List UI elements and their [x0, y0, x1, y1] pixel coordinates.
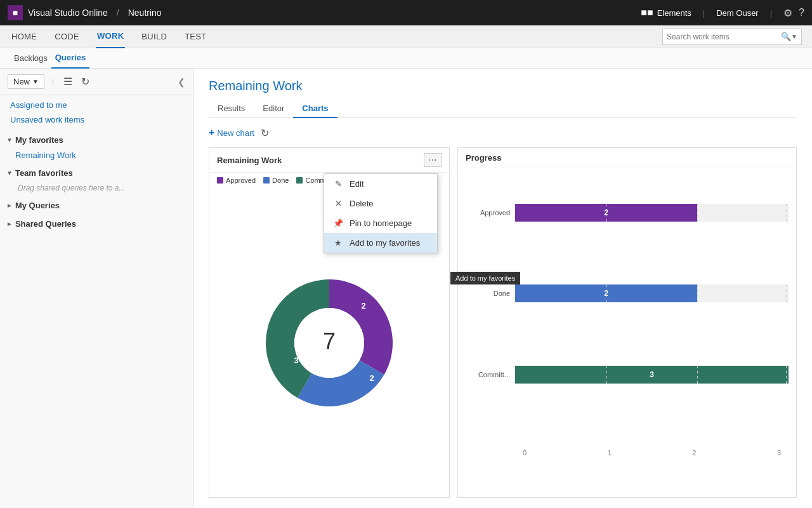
donut-done-value: 2 [369, 373, 374, 383]
context-edit[interactable]: ✎ Edit [324, 174, 437, 194]
bar-track-done: 2 [515, 284, 789, 302]
my-favorites-title: My favorites [15, 135, 63, 145]
context-pin-label: Pin to homepage [350, 218, 412, 228]
legend-committed-dot [296, 177, 303, 184]
bar-row-approved: Approved 2 [466, 204, 789, 222]
shared-queries-section: ► Shared Queries [0, 216, 193, 232]
settings-icon[interactable]: ⚙ [783, 7, 792, 19]
team-favorites-triangle: ▼ [6, 170, 13, 177]
new-button[interactable]: New ▼ [8, 74, 44, 89]
column-settings-icon[interactable]: ☰ [62, 74, 74, 90]
sub-nav-queries[interactable]: Queries [51, 48, 89, 69]
search-area: 🔍 ▼ [662, 29, 802, 45]
donut-total-text: 7 [323, 328, 336, 354]
tab-results[interactable]: Results [209, 100, 254, 118]
tab-charts[interactable]: Charts [293, 100, 337, 118]
x-axis: 0 1 2 3 [466, 446, 789, 462]
bar-label-done: Done [466, 290, 510, 297]
sidebar-toolbar: New ▼ | ☰ ↻ ❮ [0, 69, 193, 95]
star-icon: ★ [333, 238, 343, 248]
help-icon[interactable]: ? [799, 7, 804, 18]
search-box[interactable]: 🔍 ▼ [662, 29, 802, 45]
remaining-work-link[interactable]: Remaining Work [8, 148, 193, 163]
bar-row-done: Done 2 [466, 284, 789, 302]
team-favorites-title: Team favorites [15, 168, 73, 178]
new-chart-plus-icon: + [209, 127, 214, 138]
bar-row-committed: Committ... 3 [466, 366, 789, 384]
divider1: | [703, 8, 705, 18]
my-favorites-header[interactable]: ▼ My favorites [0, 132, 193, 148]
assigned-to-me-link[interactable]: Assigned to me [0, 98, 193, 112]
x-axis-2: 2 [692, 449, 696, 457]
context-delete-label: Delete [350, 199, 374, 208]
x-axis-0: 0 [523, 449, 527, 457]
app-logo: ■ Visual Studio Online / Neutrino [8, 5, 162, 20]
nav-work[interactable]: WORK [96, 25, 125, 48]
donut-svg: 7 2 2 3 [256, 270, 402, 416]
charts-area: Remaining Work ⋯ Approved Done Committed [193, 147, 812, 508]
bar-chart-card: Progress Approved 2 Done [457, 147, 797, 498]
bar-label-committed: Committ... [466, 371, 510, 378]
my-queries-title: My Queries [15, 201, 60, 210]
new-chart-button[interactable]: + New chart [209, 124, 254, 141]
unsaved-work-items-link[interactable]: Unsaved work items [0, 112, 193, 127]
refresh-charts-button[interactable]: ↻ [261, 127, 269, 139]
new-dropdown-arrow: ▼ [32, 78, 39, 85]
my-favorites-triangle: ▼ [6, 137, 13, 144]
sub-nav-backlogs[interactable]: Backlogs [10, 48, 51, 69]
user-name: Dem Ouser [716, 8, 758, 18]
legend-approved-label: Approved [226, 177, 256, 184]
search-icon[interactable]: 🔍 [781, 32, 791, 41]
my-favorites-section: ▼ My favorites Remaining Work [0, 132, 193, 163]
search-dropdown-icon[interactable]: ▼ [791, 33, 797, 40]
my-queries-section: ► My Queries [0, 197, 193, 213]
shared-queries-title: Shared Queries [15, 219, 76, 229]
tab-editor[interactable]: Editor [254, 100, 293, 118]
donut-approved-value: 2 [361, 301, 365, 311]
nav-build[interactable]: BUILD [140, 25, 168, 48]
nav-home[interactable]: HOME [10, 25, 38, 48]
sidebar-collapse-icon[interactable]: ❮ [178, 77, 185, 87]
page-title: Remaining Work [209, 79, 797, 93]
sidebar: New ▼ | ☰ ↻ ❮ Assigned to me Unsaved wor… [0, 69, 193, 508]
app-name: Visual Studio Online [28, 8, 108, 18]
x-axis-3: 3 [777, 449, 781, 457]
second-nav: HOME CODE WORK BUILD TEST 🔍 ▼ [0, 25, 812, 48]
donut-chart-menu-button[interactable]: ⋯ [424, 153, 442, 167]
my-queries-triangle: ► [6, 202, 13, 209]
bar-chart-title: Progress [466, 153, 789, 163]
search-input[interactable] [667, 32, 781, 41]
logo-sep: / [117, 8, 119, 18]
content-area: Remaining Work Results Editor Charts + N… [193, 69, 812, 508]
shared-queries-header[interactable]: ► Shared Queries [0, 216, 193, 232]
team-favorites-placeholder: Drag shared queries here to a... [8, 181, 193, 195]
nav-code[interactable]: CODE [53, 25, 81, 48]
my-queries-header[interactable]: ► My Queries [0, 197, 193, 213]
edit-icon: ✎ [333, 179, 343, 189]
context-favorite-label: Add to my favorites [350, 238, 420, 248]
project-name: Neutrino [128, 8, 162, 18]
nav-test[interactable]: TEST [183, 25, 207, 48]
elements-icon: ■■ [641, 7, 653, 18]
refresh-sidebar-icon[interactable]: ↻ [79, 74, 91, 90]
divider2: | [770, 8, 772, 18]
context-favorite[interactable]: ★ Add to my favorites [324, 233, 437, 253]
context-pin[interactable]: 📌 Pin to homepage [324, 213, 437, 233]
team-favorites-content: Drag shared queries here to a... [0, 181, 193, 195]
legend-done: Done [263, 177, 289, 184]
toolbar-sep: | [52, 77, 54, 86]
main-layout: New ▼ | ☰ ↻ ❮ Assigned to me Unsaved wor… [0, 69, 812, 508]
nav-items: HOME CODE WORK BUILD TEST [10, 25, 208, 48]
legend-done-label: Done [272, 177, 289, 184]
content-header: Remaining Work Results Editor Charts [193, 69, 812, 118]
x-axis-1: 1 [608, 449, 612, 457]
content-toolbar: + New chart ↻ [193, 118, 812, 147]
team-favorites-section: ▼ Team favorites Drag shared queries her… [0, 165, 193, 195]
team-favorites-header[interactable]: ▼ Team favorites [0, 165, 193, 181]
context-edit-label: Edit [350, 179, 363, 189]
sub-nav: Backlogs Queries [0, 48, 812, 69]
context-delete[interactable]: ✕ Delete [324, 194, 437, 213]
legend-done-dot [263, 177, 270, 184]
bar-fill-committed: 3 [515, 366, 789, 384]
bar-chart-area: Approved 2 Done [458, 168, 796, 497]
